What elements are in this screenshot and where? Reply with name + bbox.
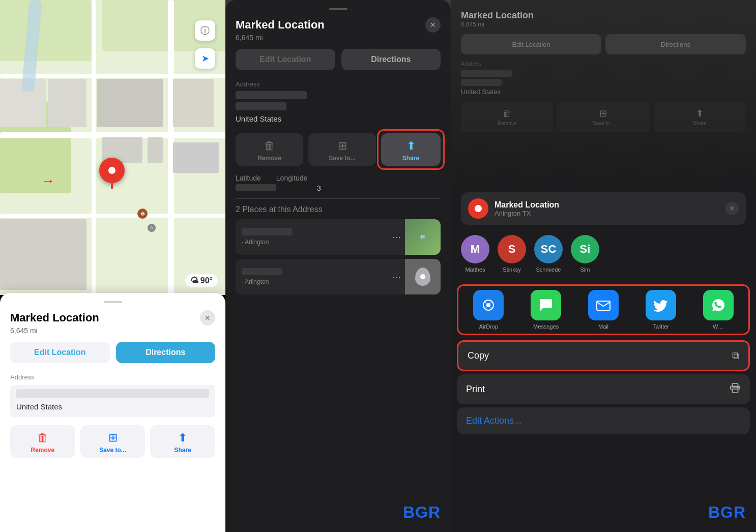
map-view[interactable]: ⓘ ➤ → 🏠 A 🌤 90° bbox=[0, 0, 225, 295]
temperature-badge: 🌤 90° bbox=[185, 274, 218, 287]
dark-save-label: Save to... bbox=[329, 155, 356, 162]
contact-stinksy[interactable]: S Stinksy bbox=[498, 235, 526, 273]
dark-share-label: Share bbox=[402, 155, 419, 162]
secondary-actions: 🗑 Remove ⊞ Save to... ⬆ Share bbox=[10, 425, 215, 458]
place1-sub: · Arlington bbox=[242, 239, 382, 246]
messages-label: Messages bbox=[533, 323, 559, 330]
compass-icon: ➤ bbox=[201, 53, 209, 64]
dark-sheet-subtitle: 6,645 mi bbox=[236, 34, 441, 42]
app-whatsapp[interactable]: W… bbox=[703, 290, 734, 330]
app-airdrop[interactable]: AirDrop bbox=[473, 290, 504, 330]
preview-name: Marked Location bbox=[495, 200, 719, 210]
letter-marker: A bbox=[148, 224, 156, 232]
dark-action-row: Edit Location Directions bbox=[236, 49, 441, 70]
share-icon: ⬆ bbox=[178, 431, 187, 445]
preview-close-icon: ✕ bbox=[730, 205, 735, 212]
copy-button[interactable]: Copy ⧉ bbox=[458, 342, 748, 370]
dark-address-label: Address bbox=[236, 80, 441, 88]
print-action: Print bbox=[457, 374, 750, 404]
lat-value bbox=[236, 184, 276, 191]
edit-location-button[interactable]: Edit Location bbox=[10, 342, 110, 363]
dark-edit-button[interactable]: Edit Location bbox=[236, 49, 335, 70]
bottom-sheet: Marked Location ✕ 6,645 mi Edit Location… bbox=[0, 293, 225, 532]
temperature-value: 90° bbox=[200, 276, 213, 285]
copy-label: Copy bbox=[468, 350, 489, 361]
blurred-sheet-top: Marked Location 6,645 mi Edit Location D… bbox=[461, 10, 746, 132]
bgr-watermark-3: BGR bbox=[708, 503, 746, 522]
app-twitter[interactable]: Twitter bbox=[646, 290, 676, 330]
places-header: 2 Places at this Address bbox=[236, 205, 441, 214]
dark-address-country: United States bbox=[236, 113, 441, 125]
address-line1 bbox=[16, 389, 209, 398]
directions-button[interactable]: Directions bbox=[116, 342, 216, 363]
dark-share-button[interactable]: ⬆ Share bbox=[381, 133, 441, 166]
twitter-label: Twitter bbox=[653, 323, 669, 330]
lat-label: Latitude bbox=[236, 174, 261, 182]
remove-button[interactable]: 🗑 Remove bbox=[10, 425, 75, 458]
dark-remove-button[interactable]: 🗑 Remove bbox=[236, 133, 303, 166]
edit-actions-button[interactable]: Edit Actions... bbox=[457, 407, 750, 434]
share-button[interactable]: ⬆ Share bbox=[150, 425, 215, 458]
panel-share-sheet: Marked Location 6,645 mi Edit Location D… bbox=[451, 0, 756, 532]
remove-label: Remove bbox=[31, 447, 54, 454]
edit-actions: Edit Actions... bbox=[457, 407, 750, 434]
contact-avatar-schmiede: SC bbox=[534, 235, 563, 263]
dark-directions-button[interactable]: Directions bbox=[341, 49, 441, 70]
place2-image bbox=[405, 259, 441, 294]
place-item-1[interactable]: · Arlington ⋯ 🏢 bbox=[236, 219, 441, 255]
dark-close-button[interactable]: ✕ bbox=[425, 17, 441, 33]
print-button[interactable]: Print bbox=[457, 374, 750, 404]
location-button[interactable]: ➤ bbox=[195, 48, 215, 69]
sheet-subtitle: 6,645 mi bbox=[10, 327, 215, 335]
contact-name-matthes: Matthes bbox=[465, 267, 485, 273]
place2-sub: · Arlington bbox=[242, 278, 382, 285]
save-label: Save to... bbox=[99, 447, 126, 454]
add-icon: ⊞ bbox=[108, 431, 118, 445]
sep-1 bbox=[461, 279, 746, 279]
contact-name-stinksy: Stinksy bbox=[503, 267, 520, 273]
place1-name-redacted bbox=[242, 228, 293, 235]
mail-icon bbox=[588, 290, 619, 320]
preview-close-button[interactable]: ✕ bbox=[725, 202, 739, 215]
dark-add-icon: ⊞ bbox=[338, 139, 347, 153]
blurred-title: Marked Location bbox=[461, 10, 746, 21]
contacts-scroll[interactable]: M Matthes S Stinksy SC Schmiede Si Sim bbox=[451, 231, 756, 277]
save-to-button[interactable]: ⊞ Save to... bbox=[80, 425, 146, 458]
dark-save-button[interactable]: ⊞ Save to... bbox=[308, 133, 376, 166]
edit-actions-label: Edit Actions... bbox=[466, 416, 521, 426]
close-button[interactable]: ✕ bbox=[200, 310, 215, 326]
contact-name-sim: Sim bbox=[580, 267, 590, 273]
location-preview-card: Marked Location Arlington TX ✕ bbox=[461, 192, 746, 225]
lat-lon-values: 3 bbox=[236, 184, 441, 192]
app-messages[interactable]: Messages bbox=[531, 290, 561, 330]
copy-icon: ⧉ bbox=[732, 350, 739, 362]
bgr-watermark: BGR bbox=[403, 503, 441, 522]
blurred-subtitle: 6,645 mi bbox=[461, 21, 746, 28]
messages-icon bbox=[531, 290, 561, 320]
mail-label: Mail bbox=[598, 323, 608, 330]
dark-share-icon: ⬆ bbox=[406, 139, 416, 153]
contact-schmiede[interactable]: SC Schmiede bbox=[534, 235, 563, 273]
app-mail[interactable]: Mail bbox=[588, 290, 619, 330]
whatsapp-label: W… bbox=[713, 323, 723, 330]
svg-point-5 bbox=[738, 387, 739, 388]
dark-close-icon: ✕ bbox=[430, 21, 436, 29]
dark-handle bbox=[329, 8, 347, 10]
print-label: Print bbox=[466, 384, 485, 395]
place2-name-redacted bbox=[242, 268, 282, 275]
trash-icon: 🗑 bbox=[37, 431, 48, 445]
info-button[interactable]: ⓘ bbox=[195, 20, 215, 41]
sheet-title: Marked Location bbox=[10, 311, 99, 324]
airdrop-icon bbox=[473, 290, 504, 320]
twitter-icon bbox=[646, 290, 676, 320]
place-item-2[interactable]: · Arlington ⋯ bbox=[236, 259, 441, 294]
weather-icon: 🌤 bbox=[190, 276, 198, 285]
blurred-edit-btn: Edit Location bbox=[461, 34, 601, 54]
action-row: Edit Location Directions bbox=[10, 342, 215, 363]
print-icon bbox=[730, 382, 741, 396]
contact-matthes[interactable]: M Matthes bbox=[461, 235, 489, 273]
svg-rect-4 bbox=[733, 389, 738, 393]
contact-sim[interactable]: Si Sim bbox=[571, 235, 599, 273]
dark-address-block: United States bbox=[236, 91, 441, 125]
place1-more-icon: ⋯ bbox=[388, 231, 405, 243]
